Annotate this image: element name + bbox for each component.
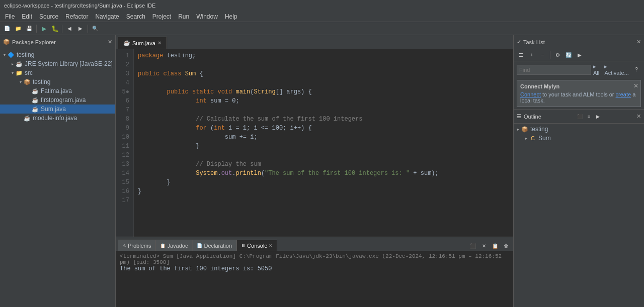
bottom-panel: ⚠ Problems 📋 Javadoc 📄 Declaration 🖥 Con… [116, 237, 513, 307]
javadoc-icon: 📋 [160, 243, 166, 248]
console-toolbar-2[interactable]: ✕ [479, 241, 489, 251]
title-text: eclipse-workspace - testing/src/testing/… [4, 3, 155, 9]
connect-link[interactable]: Connect [520, 91, 541, 97]
task-list-icon: ✓ [517, 39, 521, 45]
line-num: 1 [118, 51, 129, 60]
line-num: 4 [118, 78, 129, 87]
project-icon: 🔷 [7, 51, 15, 59]
menu-source[interactable]: Source [36, 12, 61, 21]
toolbar-sep-3 [88, 25, 88, 33]
task-list-toolbar: ☰ + − ⚙ 🔄 ▶ [514, 49, 644, 61]
toolbar-debug[interactable]: 🐛 [50, 24, 60, 34]
problems-icon: ⚠ [122, 243, 126, 248]
console-icon: 🖥 [241, 243, 246, 248]
toolbar-sep [550, 51, 550, 59]
task-toolbar-btn-2[interactable]: + [527, 50, 537, 60]
menu-help[interactable]: Help [222, 12, 240, 21]
tree-item-src[interactable]: ▾ 📁 src [0, 68, 115, 77]
outline-toolbar-3[interactable]: ▶ [594, 113, 602, 121]
tree-item-testing-project[interactable]: ▾ 🔷 testing [0, 50, 115, 59]
line-num: 11 [118, 142, 129, 151]
line-num: 2 [118, 60, 129, 69]
tree-item-sum[interactable]: ☕ Sum.java [0, 105, 115, 114]
line-num: 16 [118, 187, 129, 196]
toolbar-new[interactable]: 📄 [2, 24, 12, 34]
package-tree: ▾ 🔷 testing ▸ ☕ JRE System Library [Java… [0, 49, 115, 307]
toolbar-forward[interactable]: ▶ [75, 24, 86, 34]
outline-item-label: Sum [538, 135, 551, 142]
menu-run[interactable]: Run [175, 12, 192, 21]
console-toolbar-3[interactable]: 📋 [490, 241, 500, 251]
chevron-icon: ▸ [516, 127, 521, 132]
outline-item-sum[interactable]: ▸ C Sum [514, 134, 644, 143]
menu-file[interactable]: File [2, 12, 18, 21]
toolbar-save[interactable]: 💾 [24, 24, 34, 34]
task-toolbar-btn-6[interactable]: ▶ [575, 50, 585, 60]
task-filter-all[interactable]: ▸ All [593, 63, 602, 76]
editor-tab-sum[interactable]: ☕ Sum.java ✕ [118, 37, 167, 49]
task-list-close[interactable]: ✕ [636, 39, 641, 45]
tree-item-fatima[interactable]: ☕ Fatima.java [0, 86, 115, 95]
toolbar-run[interactable]: ▶ [39, 24, 49, 34]
task-toolbar-btn-3[interactable]: − [538, 50, 548, 60]
outline-close[interactable]: ✕ [636, 113, 641, 120]
toolbar-back[interactable]: ◀ [64, 24, 74, 34]
console-toolbar-1[interactable]: ⬛ [468, 241, 478, 251]
create-link[interactable]: create [616, 91, 631, 97]
bottom-tabs: ⚠ Problems 📋 Javadoc 📄 Declaration 🖥 Con… [116, 237, 513, 251]
toolbar-sep-2 [62, 25, 62, 33]
outline-toolbar-2[interactable]: ≡ [585, 113, 593, 121]
tree-item-firstprogram[interactable]: ☕ firstprogram.java [0, 95, 115, 105]
menu-refactor[interactable]: Refactor [62, 12, 91, 21]
tab-declaration[interactable]: 📄 Declaration [192, 240, 236, 251]
tab-problems[interactable]: ⚠ Problems [118, 240, 155, 251]
line-num: 10 [118, 133, 129, 142]
chevron-icon [18, 116, 23, 121]
menu-project[interactable]: Project [149, 12, 174, 21]
package-explorer-icon: 📦 [3, 39, 10, 45]
connect-mylyn-close-btn[interactable]: ✕ [633, 82, 638, 89]
console-tab-close[interactable]: ✕ [269, 243, 273, 248]
task-toolbar-btn-5[interactable]: 🔄 [564, 50, 574, 60]
tab-console[interactable]: 🖥 Console ✕ [236, 240, 277, 251]
menu-navigate[interactable]: Navigate [92, 12, 122, 21]
tree-item-label: testing [33, 78, 50, 85]
tab-close-btn[interactable]: ✕ [157, 40, 162, 46]
package-explorer-close[interactable]: ✕ [108, 39, 112, 45]
line-num: 12 [118, 151, 129, 160]
tree-item-label: testing [17, 51, 34, 58]
line-num: 17 [118, 196, 129, 205]
chevron-icon: ▾ [10, 71, 15, 75]
line-num: 5● [118, 87, 129, 96]
task-search-input[interactable] [517, 65, 591, 75]
chevron-icon [26, 107, 31, 112]
task-filter-activate[interactable]: ▸ Activate... [604, 63, 630, 76]
tree-item-jre[interactable]: ▸ ☕ JRE System Library [JavaSE-22] [0, 59, 115, 68]
java-icon: ☕ [31, 105, 39, 113]
task-toolbar-btn-1[interactable]: ☰ [516, 50, 526, 60]
tree-item-label: src [25, 69, 33, 76]
chevron-icon [26, 98, 31, 103]
outline-item-testing[interactable]: ▸ 📦 testing [514, 125, 644, 134]
toolbar-open[interactable]: 📁 [13, 24, 23, 34]
menu-window[interactable]: Window [193, 12, 221, 21]
outline-toolbar-1[interactable]: ⬛ [576, 113, 584, 121]
menu-edit[interactable]: Edit [19, 12, 35, 21]
tab-declaration-label: Declaration [204, 243, 232, 249]
chevron-icon: ▸ [10, 62, 15, 66]
tree-item-moduleinfo[interactable]: ☕ module-info.java [0, 114, 115, 123]
task-toolbar-btn-4[interactable]: ⚙ [552, 50, 562, 60]
tree-item-testing-package[interactable]: ▾ 📦 testing [0, 77, 115, 86]
toolbar: 📄 📁 💾 ▶ 🐛 ◀ ▶ 🔍 [0, 22, 644, 35]
task-list-help[interactable]: ? [632, 65, 641, 75]
line-num: 14 [118, 169, 129, 178]
tab-javadoc[interactable]: 📋 Javadoc [155, 240, 192, 251]
console-output: <terminated> Sum [Java Application] C:\P… [116, 251, 513, 307]
line-num: 3 [118, 69, 129, 78]
tab-problems-label: Problems [128, 243, 151, 249]
tree-item-label: module-info.java [33, 115, 77, 122]
toolbar-search[interactable]: 🔍 [90, 24, 100, 34]
console-toolbar-clear[interactable]: 🗑 [501, 241, 511, 251]
left-panel: 📦 Package Explorer ✕ ▾ 🔷 testing ▸ ☕ JRE… [0, 35, 116, 307]
menu-search[interactable]: Search [123, 12, 148, 21]
